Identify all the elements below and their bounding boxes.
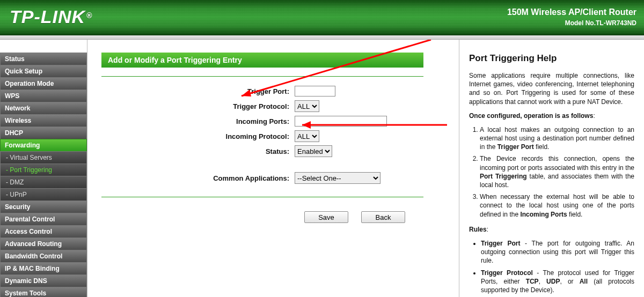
trigger-protocol-select[interactable]: ALL xyxy=(295,100,319,112)
common-apps-select[interactable]: --Select One-- xyxy=(295,172,380,184)
sidebar-item-forwarding[interactable]: Forwarding xyxy=(0,139,87,152)
sidebar-item-dynamic-dns[interactable]: Dynamic DNS xyxy=(0,274,87,287)
page-title: Add or Modify a Port Triggering Entry xyxy=(101,53,423,68)
model-number: Model No.TL-WR743ND xyxy=(507,19,636,27)
help-step: The Device records this connection, open… xyxy=(480,154,634,189)
sidebar-item-security[interactable]: Security xyxy=(0,201,87,213)
help-rule: Trigger Port - The port for outgoing tra… xyxy=(481,239,634,265)
incoming-ports-input[interactable] xyxy=(295,116,387,127)
sidebar-item-system-tools[interactable]: System Tools xyxy=(0,287,87,297)
incoming-protocol-label: Incoming Protocol: xyxy=(101,132,295,140)
incoming-ports-label: Incoming Ports: xyxy=(101,117,295,125)
help-panel: Port Triggering Help Some applications r… xyxy=(459,40,644,297)
help-steps: A local host makes an outgoing connectio… xyxy=(480,125,634,219)
sidebar-item-quick-setup[interactable]: Quick Setup xyxy=(0,65,87,78)
sidebar-sub--upnp[interactable]: - UPnP xyxy=(0,188,87,201)
sidebar-item-dhcp[interactable]: DHCP xyxy=(0,127,87,139)
sidebar-item-network[interactable]: Network xyxy=(0,102,87,115)
sidebar-item-wps[interactable]: WPS xyxy=(0,90,87,102)
product-name: 150M Wireless AP/Client Router xyxy=(507,8,636,17)
trigger-port-label: Trigger Port: xyxy=(101,87,295,95)
help-rules: Trigger Port - The port for outgoing tra… xyxy=(481,239,634,297)
help-intro: Some applications require multiple conne… xyxy=(469,71,634,106)
status-label: Status: xyxy=(101,147,295,155)
status-select[interactable]: Enabled xyxy=(295,145,332,157)
sidebar-item-bandwidth-control[interactable]: Bandwidth Control xyxy=(0,250,87,263)
help-rules-label: Rules: xyxy=(469,225,634,234)
help-once-configured: Once configured, operation is as follows… xyxy=(469,112,634,120)
help-rule: Trigger Protocol - The protocol used for… xyxy=(481,269,634,295)
help-title: Port Triggering Help xyxy=(469,53,634,65)
sidebar-item-wireless[interactable]: Wireless xyxy=(0,114,87,127)
trigger-protocol-label: Trigger Protocol: xyxy=(101,102,295,110)
sidebar-item-status[interactable]: Status xyxy=(0,53,87,65)
form: Trigger Port: Trigger Protocol: ALL Inco… xyxy=(101,84,445,185)
back-button[interactable]: Back xyxy=(361,211,405,223)
sidebar: StatusQuick SetupOperation ModeWPSNetwor… xyxy=(0,40,87,297)
sidebar-item-operation-mode[interactable]: Operation Mode xyxy=(0,77,87,90)
sidebar-item-access-control[interactable]: Access Control xyxy=(0,225,87,238)
sidebar-sub--port-triggering[interactable]: - Port Triggering xyxy=(0,164,87,176)
sidebar-sub--virtual-servers[interactable]: - Virtual Servers xyxy=(0,151,87,164)
sidebar-item-parental-control[interactable]: Parental Control xyxy=(0,213,87,226)
sidebar-item-ip-mac-binding[interactable]: IP & MAC Binding xyxy=(0,262,87,275)
header: TP-LINK® 150M Wireless AP/Client Router … xyxy=(0,0,644,35)
main-content: Add or Modify a Port Triggering Entry Tr… xyxy=(87,40,459,297)
help-step: When necessary the external host will be… xyxy=(480,192,634,219)
trigger-port-input[interactable] xyxy=(295,86,335,96)
help-step: A local host makes an outgoing connectio… xyxy=(480,125,634,152)
brand-logo: TP-LINK® xyxy=(10,6,92,27)
sidebar-sub--dmz[interactable]: - DMZ xyxy=(0,176,87,189)
sidebar-item-advanced-routing[interactable]: Advanced Routing xyxy=(0,237,87,250)
header-right: 150M Wireless AP/Client Router Model No.… xyxy=(507,8,636,27)
save-button[interactable]: Save xyxy=(304,211,348,223)
incoming-protocol-select[interactable]: ALL xyxy=(295,130,319,142)
common-apps-label: Common Applications: xyxy=(101,174,295,182)
